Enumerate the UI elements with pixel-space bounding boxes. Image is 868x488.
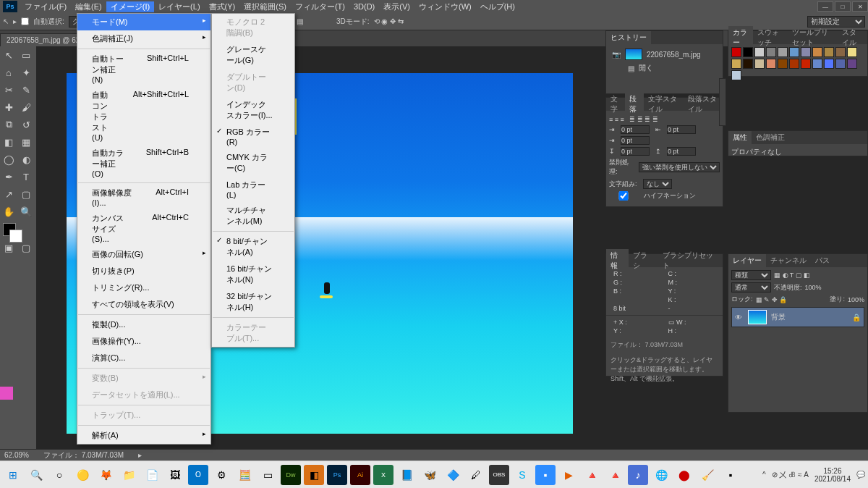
menu-item[interactable]: マルチチャンネル(M) — [212, 202, 294, 230]
menu-item[interactable]: ダブルトーン(D) — [212, 69, 294, 96]
parastyle-tab[interactable]: 段落スタイル — [684, 93, 723, 116]
layers-tab[interactable]: レイヤー — [728, 254, 766, 267]
fill-value[interactable]: 100% — [848, 296, 864, 303]
marquee-tool[interactable]: ▭ — [18, 47, 34, 63]
tray-icons[interactable]: ⊘ 㐅 ㏈ ≈ A — [772, 470, 809, 480]
swatch[interactable] — [847, 59, 857, 69]
hyphenation-checkbox[interactable] — [609, 191, 638, 201]
tray-overflow-icon[interactable]: ^ — [762, 471, 766, 479]
space-before[interactable] — [621, 147, 650, 156]
swatch[interactable] — [789, 59, 799, 69]
settings-icon[interactable]: ⚙ — [211, 465, 231, 485]
vlc-icon[interactable]: 🔺 — [582, 465, 602, 485]
zoom-icon[interactable]: ▪ — [535, 465, 556, 485]
menu-item[interactable]: データセットを適用(L)... — [77, 387, 210, 403]
menu-item[interactable]: 16 bit/チャンネル(N) — [212, 261, 294, 288]
eraser-tool[interactable]: ◧ — [1, 134, 17, 150]
align-buttons[interactable]: ≡ ≡ ≡ ≣ ≣ ≣ ≣ — [609, 116, 720, 123]
brushpreset-tab[interactable]: ブラシプリセット — [658, 249, 723, 272]
charstyle-tab[interactable]: 文字スタイル — [644, 93, 683, 116]
menu-item[interactable]: インデックスカラー(I)... — [212, 96, 294, 124]
clock[interactable]: 15:262021/08/14 — [814, 467, 851, 483]
app-icon-5[interactable]: 🌐 — [651, 465, 671, 485]
menu-item[interactable]: CMYK カラー(C) — [212, 149, 294, 177]
opacity-value[interactable]: 100% — [805, 284, 822, 291]
paragraph-tab[interactable]: 段落 — [625, 93, 644, 116]
app-icon-7[interactable]: ▪ — [720, 465, 741, 485]
swatch[interactable] — [766, 47, 776, 57]
menu-image[interactable]: イメージ(I) — [106, 1, 154, 12]
menu-edit[interactable]: 編集(E) — [71, 1, 106, 12]
calc-icon[interactable]: 🧮 — [234, 465, 255, 485]
maximize-button[interactable]: □ — [835, 1, 851, 12]
space-after[interactable] — [667, 147, 696, 156]
menu-item[interactable]: すべての領域を表示(V) — [77, 296, 210, 313]
paint-icon[interactable]: 🖊 — [466, 465, 486, 485]
butterfly-icon[interactable]: 🦋 — [420, 465, 440, 485]
blur-tool[interactable]: ◯ — [1, 151, 17, 167]
fgbg-swatch[interactable] — [3, 223, 16, 236]
menu-item[interactable]: 色調補正(J) — [77, 30, 210, 47]
menu-item[interactable]: 演算(C)... — [77, 350, 210, 366]
app-icon-2[interactable]: 📘 — [396, 465, 417, 485]
info-tab[interactable]: 情報 — [606, 249, 629, 272]
cortana-button[interactable]: ○ — [49, 465, 69, 485]
menu-window[interactable]: ウィンドウ(W) — [414, 1, 476, 12]
layer-filter-icons[interactable]: ▦ ◐ T ▢ ◧ — [774, 272, 810, 279]
start-button[interactable]: ⊞ — [3, 465, 23, 485]
extension-tab[interactable] — [0, 387, 13, 400]
history-tab[interactable]: ヒストリー — [606, 31, 651, 44]
wand-tool[interactable]: ✦ — [18, 64, 34, 80]
history-source[interactable]: 📷22067658_m.jpg — [609, 47, 720, 62]
properties-tab[interactable]: 属性 — [728, 131, 752, 144]
brush-tool[interactable]: 🖌 — [18, 99, 34, 115]
visibility-icon[interactable]: 👁 — [735, 314, 744, 321]
menu-type[interactable]: 書式(Y) — [205, 1, 240, 12]
type-tool[interactable]: T — [18, 169, 34, 185]
obs-icon[interactable]: OBS — [489, 465, 509, 485]
swatch[interactable] — [789, 47, 799, 57]
crop-tool[interactable]: ✂ — [1, 82, 17, 98]
dodge-tool[interactable]: ◐ — [18, 151, 34, 167]
app-icon-3[interactable]: 🔷 — [443, 465, 463, 485]
firefox-icon[interactable]: 🦊 — [95, 465, 116, 485]
indent-first[interactable] — [621, 136, 650, 145]
3dmode-icons[interactable]: ⟲ ◉ ✥ ⇆ — [374, 17, 404, 25]
gradient-tool[interactable]: ▦ — [18, 134, 34, 150]
menu-help[interactable]: ヘルプ(H) — [476, 1, 519, 12]
styles-tab[interactable]: スタイル — [838, 26, 867, 49]
layer-filter-kind[interactable]: 種類 — [731, 270, 771, 280]
notifications-icon[interactable]: 💬 — [856, 471, 865, 479]
menu-item[interactable]: 複製(D)... — [77, 316, 210, 333]
swatch[interactable] — [824, 47, 834, 57]
channels-tab[interactable]: チャンネル — [766, 254, 811, 267]
taskview-icon[interactable]: ▭ — [258, 465, 278, 485]
menu-item[interactable]: 解析(A) — [77, 427, 210, 444]
lock-icons[interactable]: ▦ ✎ ✥ 🔒 — [756, 296, 788, 303]
menu-layer[interactable]: レイヤー(L) — [154, 1, 204, 12]
doc-size[interactable]: ファイル： 7.03M/7.03M — [43, 450, 124, 460]
menu-item[interactable]: 8 bit/チャンネル(A) — [212, 233, 294, 261]
minimize-button[interactable]: — — [817, 1, 833, 12]
swatch[interactable] — [801, 59, 811, 69]
menu-filter[interactable]: フィルター(T) — [291, 1, 349, 12]
photoshop-icon[interactable]: Ps — [327, 465, 347, 485]
menu-item[interactable]: 32 bit/チャンネル(H) — [212, 288, 294, 316]
hand-tool[interactable]: ✋ — [1, 203, 17, 219]
move-tool[interactable]: ↖ — [1, 47, 17, 63]
menu-item[interactable]: カンバスサイズ(S)...Alt+Ctrl+C — [77, 210, 210, 246]
illustrator-icon[interactable]: Ai — [350, 465, 370, 485]
search-button[interactable]: 🔍 — [26, 465, 46, 485]
menu-item[interactable]: 変数(B) — [77, 370, 210, 387]
swatch[interactable] — [731, 47, 741, 57]
close-button[interactable]: ✕ — [852, 1, 868, 12]
swatch[interactable] — [801, 47, 811, 57]
menu-item[interactable]: 画像解像度(I)...Alt+Ctrl+I — [77, 185, 210, 210]
stamp-tool[interactable]: ⧉ — [1, 117, 17, 132]
history-step-open[interactable]: ▤開く — [609, 62, 720, 75]
menu-item[interactable]: 画像操作(Y)... — [77, 333, 210, 350]
kinsoku-select[interactable]: 強い禁則を使用しない — [639, 162, 720, 172]
swatch[interactable] — [812, 59, 822, 69]
menu-item[interactable]: RGB カラー(R) — [212, 124, 294, 149]
swatch[interactable] — [754, 59, 765, 69]
